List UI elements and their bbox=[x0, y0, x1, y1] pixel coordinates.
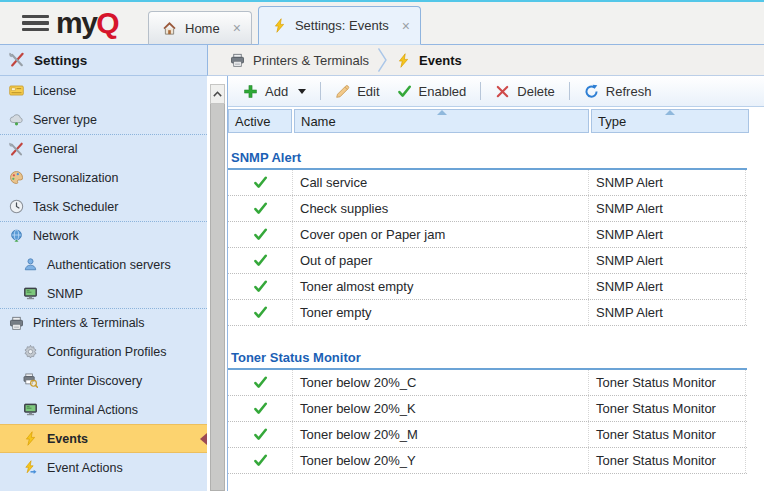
sidebar-item-configuration-profiles[interactable]: Configuration Profiles bbox=[0, 337, 207, 366]
sidebar-item-printers-terminals[interactable]: Printers & Terminals bbox=[0, 308, 207, 337]
lightning-icon bbox=[396, 53, 411, 68]
tab-settings-events[interactable]: Settings: Events× bbox=[258, 6, 421, 45]
clock-icon bbox=[9, 199, 24, 214]
column-header-active[interactable]: Active bbox=[228, 109, 292, 133]
sidebar-item-general[interactable]: General bbox=[0, 134, 207, 163]
sidebar-item-label: Server type bbox=[33, 113, 97, 127]
cell-active bbox=[228, 370, 292, 395]
check-icon bbox=[253, 227, 268, 242]
column-header-name[interactable]: Name bbox=[294, 109, 589, 133]
sidebar-menu: LicenseServer typeGeneralPersonalization… bbox=[0, 76, 207, 491]
refresh-button[interactable]: Refresh bbox=[576, 81, 660, 102]
x-icon bbox=[495, 84, 510, 99]
logo-text-my: my bbox=[56, 6, 96, 39]
check-icon bbox=[253, 175, 268, 190]
sidebar-item-license[interactable]: License bbox=[0, 76, 207, 105]
table-row[interactable]: Toner emptySNMP Alert bbox=[228, 300, 747, 326]
sidebar-item-personalization[interactable]: Personalization bbox=[0, 163, 207, 192]
toolbar-button-label: Add bbox=[265, 84, 288, 99]
cell-type: SNMP Alert bbox=[588, 300, 746, 325]
cell-name: Toner below 20%_M bbox=[292, 422, 588, 447]
sidebar-item-terminal-actions[interactable]: Terminal Actions bbox=[0, 395, 207, 424]
cell-type: SNMP Alert bbox=[588, 170, 746, 195]
column-header-type[interactable]: Type bbox=[591, 109, 749, 133]
table-row[interactable]: Toner below 20%_KToner Status Monitor bbox=[228, 396, 747, 422]
cell-active bbox=[228, 422, 292, 447]
chevron-up-icon bbox=[211, 88, 224, 101]
sidebar-item-network[interactable]: Network bbox=[0, 221, 207, 250]
sidebar-item-label: Configuration Profiles bbox=[47, 345, 167, 359]
table-row[interactable]: Toner below 20%_MToner Status Monitor bbox=[228, 422, 747, 448]
group-header-snmp-alert: SNMP Alert bbox=[228, 147, 747, 170]
table-row[interactable]: Check suppliesSNMP Alert bbox=[228, 196, 747, 222]
close-icon[interactable]: × bbox=[233, 21, 241, 35]
toolbar-button-label: Enabled bbox=[419, 84, 467, 99]
lightning-icon bbox=[272, 18, 287, 33]
cell-type: SNMP Alert bbox=[588, 196, 746, 221]
cell-active bbox=[228, 274, 292, 299]
sidebar-item-printer-discovery[interactable]: Printer Discovery bbox=[0, 366, 207, 395]
cell-active bbox=[228, 196, 292, 221]
sort-arrow-icon[interactable] bbox=[437, 110, 447, 115]
table-row[interactable]: Call serviceSNMP Alert bbox=[228, 170, 747, 196]
pencil-icon bbox=[335, 84, 350, 99]
table-header: ActiveNameType bbox=[228, 107, 764, 133]
table-row[interactable]: Cover open or Paper jamSNMP Alert bbox=[228, 222, 747, 248]
license-icon bbox=[9, 83, 24, 98]
logo-text-q: Q bbox=[96, 6, 118, 39]
cell-type: SNMP Alert bbox=[588, 248, 746, 273]
scrollbar-thumb[interactable] bbox=[210, 104, 225, 491]
sidebar-item-task-scheduler[interactable]: Task Scheduler bbox=[0, 192, 207, 221]
sidebar-item-label: Printers & Terminals bbox=[33, 316, 145, 330]
sidebar-item-label: Events bbox=[47, 432, 88, 446]
selected-item-arrow bbox=[200, 433, 207, 445]
cell-active bbox=[228, 222, 292, 247]
breadcrumb-label: Events bbox=[419, 53, 462, 68]
breadcrumb: Printers & TerminalsEvents bbox=[207, 45, 764, 76]
sidebar-item-authentication-servers[interactable]: Authentication servers bbox=[0, 250, 207, 279]
cell-type: SNMP Alert bbox=[588, 274, 746, 299]
sort-arrow-icon[interactable] bbox=[665, 110, 675, 115]
toolbar-separator bbox=[320, 82, 321, 100]
check-icon bbox=[253, 375, 268, 390]
palette-icon bbox=[9, 170, 24, 185]
cell-name: Toner below 20%_Y bbox=[292, 448, 588, 473]
printer-icon bbox=[9, 316, 24, 331]
cell-type: Toner Status Monitor bbox=[588, 396, 746, 421]
hamburger-menu-icon[interactable] bbox=[22, 15, 49, 32]
breadcrumb-item-printers-terminals[interactable]: Printers & Terminals bbox=[230, 53, 369, 68]
add-button[interactable]: Add bbox=[235, 81, 314, 102]
cell-active bbox=[228, 396, 292, 421]
app-window: myQ Home×Settings: Events× Settings Lice… bbox=[0, 0, 764, 491]
edit-button[interactable]: Edit bbox=[327, 81, 387, 102]
table-row[interactable]: Out of paperSNMP Alert bbox=[228, 248, 747, 274]
sidebar-item-label: Terminal Actions bbox=[47, 403, 138, 417]
lightning-icon bbox=[23, 431, 38, 446]
table-row[interactable]: Toner almost emptySNMP Alert bbox=[228, 274, 747, 300]
toolbar-button-label: Delete bbox=[517, 84, 555, 99]
main-panel: Printers & TerminalsEvents AddEditEnable… bbox=[207, 45, 764, 491]
scroll-up-button[interactable] bbox=[210, 84, 225, 104]
sidebar-item-event-actions[interactable]: Event Actions bbox=[0, 453, 207, 482]
sidebar-item-label: General bbox=[33, 142, 77, 156]
delete-button[interactable]: Delete bbox=[487, 81, 563, 102]
enabled-button[interactable]: Enabled bbox=[389, 81, 475, 102]
toolbar-button-label: Edit bbox=[357, 84, 379, 99]
sidebar-item-server-type[interactable]: Server type bbox=[0, 105, 207, 134]
sidebar-item-snmp[interactable]: SNMP bbox=[0, 279, 207, 308]
table-row[interactable]: Toner below 20%_YToner Status Monitor bbox=[228, 448, 747, 474]
lightning-arrow-icon bbox=[23, 460, 38, 475]
check-icon bbox=[397, 84, 412, 99]
tab-label: Home bbox=[185, 21, 220, 36]
close-icon[interactable]: × bbox=[402, 19, 410, 33]
sidebar-item-events[interactable]: Events bbox=[0, 424, 207, 453]
globe-icon bbox=[9, 229, 24, 244]
gear-icon bbox=[23, 344, 38, 359]
table-row[interactable]: Toner below 20%_CToner Status Monitor bbox=[228, 370, 747, 396]
tab-home[interactable]: Home× bbox=[148, 11, 252, 45]
cell-active bbox=[228, 170, 292, 195]
sidebar-item-label: Personalization bbox=[33, 171, 118, 185]
check-icon bbox=[253, 401, 268, 416]
sidebar-item-label: Printer Discovery bbox=[47, 374, 142, 388]
chevron-down-icon bbox=[298, 89, 306, 94]
